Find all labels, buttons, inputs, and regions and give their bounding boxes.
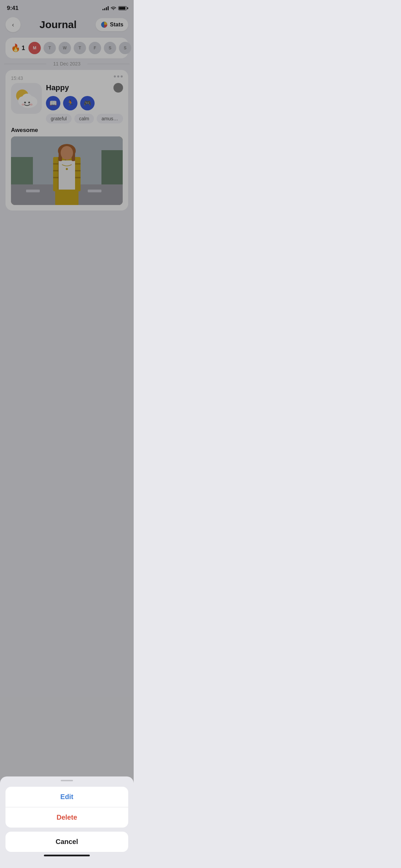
sheet-overlay[interactable]: Edit Delete Cancel xyxy=(0,0,134,289)
